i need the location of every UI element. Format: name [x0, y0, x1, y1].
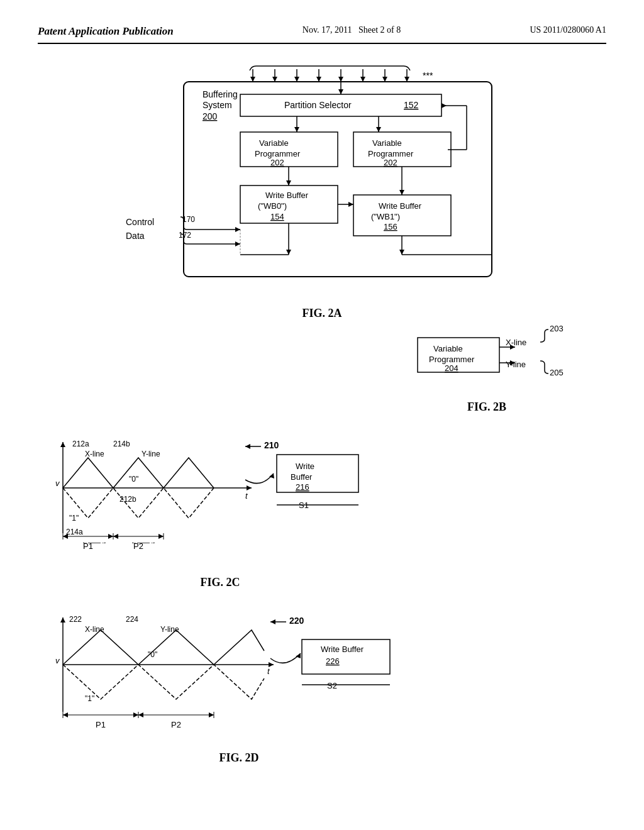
svg-text:212b: 212b [119, 495, 136, 504]
svg-text:212a: 212a [72, 440, 89, 448]
svg-text:202: 202 [384, 158, 397, 167]
svg-text:Y-line: Y-line [506, 360, 526, 369]
fig2a-svg: Buffering System 200 [108, 63, 536, 302]
svg-marker-13 [338, 77, 343, 82]
svg-text:P1: P1 [96, 720, 106, 729]
svg-text:214a: 214a [66, 528, 83, 536]
svg-marker-64 [286, 250, 291, 255]
svg-text:X-line: X-line [85, 450, 104, 458]
svg-marker-60 [235, 227, 240, 232]
svg-text:Buffering: Buffering [203, 89, 238, 99]
svg-text:Y-line: Y-line [160, 625, 179, 634]
fig2c-label: FIG. 2C [201, 576, 240, 589]
svg-text:("WB1"): ("WB1") [371, 212, 400, 221]
svg-text:170: 170 [182, 215, 195, 224]
svg-text:Variable: Variable [372, 138, 402, 148]
svg-text:X-line: X-line [85, 625, 104, 634]
svg-marker-111 [63, 534, 68, 539]
svg-marker-48 [286, 180, 291, 185]
svg-text:Partition  Selector: Partition Selector [284, 100, 352, 110]
svg-marker-85 [245, 444, 250, 449]
svg-text:Variable: Variable [433, 344, 463, 353]
figure-2a-container: Buffering System 200 [108, 63, 536, 320]
svg-marker-19 [404, 77, 409, 82]
fig2b-svg: 203 X-line Variable Programmer 204 Y-lin… [405, 320, 569, 396]
sheet-info: Nov. 17, 2011 Sheet 2 of 8 [303, 25, 401, 35]
svg-marker-114 [158, 534, 164, 539]
fig2d-svg: 220 Write Buffer 226 S2 v [50, 608, 428, 746]
svg-marker-144 [133, 712, 138, 717]
svg-marker-130 [60, 617, 65, 622]
svg-text:226: 226 [326, 656, 340, 666]
svg-text:t: t [267, 667, 270, 676]
svg-text:Control: Control [126, 217, 154, 227]
fig2c-svg: 210 Write Buffer 216 S1 v [50, 433, 390, 571]
svg-text:Write Buffer: Write Buffer [265, 191, 309, 200]
svg-marker-98 [247, 485, 252, 490]
svg-text:156: 156 [384, 222, 397, 231]
svg-marker-42 [441, 103, 447, 108]
svg-text:205: 205 [550, 368, 564, 377]
svg-text:Variable: Variable [259, 138, 289, 148]
page-header: Patent Application Publication Nov. 17, … [38, 25, 606, 44]
figure-2c-container: 210 Write Buffer 216 S1 v [50, 433, 390, 589]
svg-marker-132 [269, 662, 274, 667]
svg-text:224: 224 [126, 615, 138, 624]
svg-text:Write: Write [296, 462, 314, 471]
svg-text:Buffer: Buffer [291, 472, 313, 482]
svg-text:210: 210 [264, 440, 279, 450]
svg-text:"1": "1" [85, 694, 94, 703]
svg-marker-112 [108, 534, 113, 539]
svg-marker-25 [338, 89, 343, 94]
svg-text:←——→: ←——→ [82, 539, 107, 546]
svg-text:172: 172 [179, 231, 191, 240]
svg-marker-5 [250, 77, 255, 82]
svg-text:152: 152 [404, 100, 419, 110]
svg-text:("WB0"): ("WB0") [258, 201, 287, 211]
svg-marker-29 [376, 127, 381, 132]
figure-2b-container: 203 X-line Variable Programmer 204 Y-lin… [405, 320, 569, 414]
svg-text:Programmer: Programmer [368, 149, 414, 158]
svg-text:t: t [245, 491, 248, 501]
svg-marker-54 [399, 190, 404, 195]
svg-text:222: 222 [69, 615, 82, 624]
svg-marker-9 [294, 77, 299, 82]
svg-text:Y-line: Y-line [142, 450, 160, 458]
main-content: Buffering System 200 [38, 63, 606, 765]
svg-marker-145 [138, 712, 143, 717]
svg-marker-96 [60, 442, 65, 447]
svg-marker-15 [360, 77, 365, 82]
svg-text:220: 220 [289, 616, 304, 626]
svg-text:216: 216 [296, 482, 309, 492]
svg-text:203: 203 [550, 324, 564, 333]
svg-marker-66 [399, 250, 404, 255]
svg-marker-62 [235, 241, 240, 246]
svg-marker-143 [63, 712, 68, 717]
svg-text:Write Buffer: Write Buffer [321, 645, 364, 654]
svg-text:"1": "1" [69, 514, 79, 523]
svg-marker-17 [382, 77, 387, 82]
fig2b-label: FIG. 2B [467, 401, 506, 414]
svg-marker-7 [272, 77, 277, 82]
svg-text:214b: 214b [113, 440, 130, 448]
svg-text:←——→: ←——→ [131, 539, 156, 546]
svg-marker-146 [209, 712, 214, 717]
fig2d-label: FIG. 2D [219, 751, 259, 765]
page: Patent Application Publication Nov. 17, … [0, 0, 644, 830]
svg-marker-71 [348, 202, 353, 207]
svg-marker-27 [294, 127, 299, 132]
svg-text:Write Buffer: Write Buffer [379, 201, 422, 211]
svg-text:"0": "0" [129, 475, 138, 484]
svg-text:202: 202 [270, 158, 284, 167]
svg-text:P2: P2 [171, 720, 181, 729]
publication-label: Patent Application Publication [38, 25, 174, 38]
fig2a-label: FIG. 2A [303, 307, 342, 320]
svg-text:***: *** [423, 70, 433, 80]
svg-rect-86 [277, 455, 358, 492]
svg-text:v: v [55, 479, 60, 488]
pub-number: US 2011/0280060 A1 [530, 25, 606, 35]
svg-text:154: 154 [270, 212, 284, 221]
svg-marker-120 [270, 619, 275, 624]
svg-text:Programmer: Programmer [429, 355, 475, 364]
svg-text:Data: Data [126, 231, 145, 241]
